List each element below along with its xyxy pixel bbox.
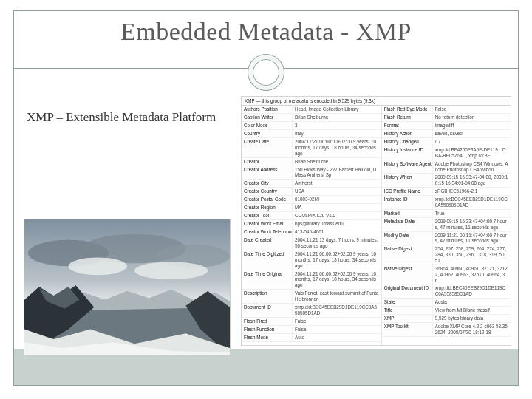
meta-value: Adobe Photoshop CS4 Windows, Adobe Photo… — [433, 160, 511, 174]
meta-value: /, / — [433, 138, 511, 146]
slide: Embedded Metadata - XMP XMP – Extensible… — [0, 0, 532, 399]
meta-key: XMP Toolkit — [382, 323, 433, 336]
meta-value: xmp.iid:BCC45EEB29D1DE119CC0A558585D1AD — [433, 196, 511, 209]
meta-value: 9,529 bytes binary data — [433, 315, 511, 322]
meta-row: TitleView from Mt Blanc massif — [382, 307, 511, 315]
meta-row: Creator Address150 Hicks Way - 227 Bartl… — [242, 166, 381, 180]
meta-value: 2009:09:15 16:33:47-04:00, 2009:10:15 16… — [433, 174, 511, 187]
meta-row: Original Document IDxmp.did:BEC45EEB29D1… — [382, 284, 511, 299]
xmp-metadata-panel: XMP — this group of metadata is encoded … — [241, 96, 511, 346]
meta-key: Authors Position — [242, 106, 293, 113]
meta-value: False — [293, 326, 381, 333]
meta-key: Document ID — [242, 304, 293, 317]
meta-key: Creator Work Telephone — [242, 228, 293, 236]
meta-value: 2004:11:21 00:00:00+02:00 9 years, 10 mo… — [293, 138, 381, 157]
meta-value: Brian Shelburne — [293, 158, 381, 166]
meta-key: Color Mode — [242, 122, 293, 129]
meta-row: Document IDxmp.did:BEC45EEB29D1DE119CC0A… — [242, 304, 381, 318]
meta-key: Creator — [242, 158, 293, 166]
meta-key: Original Document ID — [382, 284, 433, 298]
meta-row: History Software AgentAdobe Photoshop CS… — [382, 160, 511, 174]
meta-key: Native Digest — [382, 265, 433, 284]
meta-row: History Instance IDxmp.iid:BE4200E3A5E-D… — [382, 146, 511, 160]
meta-row: Creator Work Emailbps@library.umass.edu — [242, 220, 381, 228]
meta-key: Format — [382, 122, 433, 129]
meta-value: Italy — [293, 130, 381, 137]
meta-key: Metadata Date — [382, 218, 433, 231]
meta-value: 413-545-4061 — [293, 228, 381, 236]
meta-value: View from Mt Blanc massif — [433, 307, 511, 314]
meta-row: DescriptionVals Ferret, east toward summ… — [242, 290, 381, 304]
meta-key: Flash Return — [382, 114, 433, 121]
meta-row: Creator Work Telephone413-545-4061 — [242, 228, 381, 236]
meta-row: Creator CityAmherst — [242, 180, 381, 188]
meta-key: Flash Red Eye Mode — [382, 106, 433, 113]
meta-value: 01003-9269 — [293, 196, 381, 203]
meta-value: xmp.did:BEC45EEB29D1DE119CC0A558585D1AD — [293, 304, 381, 317]
svg-point-5 — [134, 262, 208, 279]
meta-key: Create Date — [242, 138, 293, 157]
meta-row: Flash FiredFalse — [242, 318, 381, 326]
meta-key: Flash Function — [242, 326, 293, 333]
xmp-header: XMP — this group of metadata is encoded … — [242, 97, 511, 106]
meta-row: History When2009:09:15 16:33:47-04:00, 2… — [382, 174, 511, 188]
meta-value: True — [433, 210, 511, 217]
meta-key: Title — [382, 307, 433, 314]
meta-key: Creator Postal Code — [242, 196, 293, 203]
meta-row: Modify Date2009:11:21 00:11:47+04:00 7 h… — [382, 232, 511, 246]
meta-key: Creator Work Email — [242, 220, 293, 228]
meta-value: Vals Ferret, east toward summit of Punta… — [293, 290, 381, 303]
meta-row: MarkedTrue — [382, 210, 511, 218]
meta-key: History Changed — [382, 138, 433, 146]
meta-value: Brian Shelburne — [293, 114, 381, 121]
meta-row: Creator Postal Code01003-9269 — [242, 196, 381, 204]
meta-row: Native Digest254, 257, 258, 259, 264, 27… — [382, 245, 511, 265]
meta-key: Date Time Original — [242, 270, 293, 290]
meta-row: Creator ToolCOOLPIX L20 V1.0 — [242, 212, 381, 220]
svg-point-4 — [69, 257, 127, 275]
mountain-photo — [24, 219, 231, 356]
meta-key: Date Created — [242, 236, 293, 250]
meta-key: Flash Fired — [242, 318, 293, 325]
meta-value: 2009:09:15 16:33:47+04:00 7 hours, 47 mi… — [433, 218, 511, 231]
xmp-left-column: Authors PositionHead, Image Collection L… — [242, 106, 382, 345]
meta-row: Creator CountryUSA — [242, 188, 381, 196]
meta-row: CountryItaly — [242, 130, 381, 138]
meta-row: Flash FunctionFalse — [242, 326, 381, 334]
meta-key: Creator Country — [242, 188, 293, 195]
meta-key: Marked — [382, 210, 433, 217]
meta-key: Creator Region — [242, 204, 293, 211]
meta-value: Aosta — [433, 299, 511, 306]
meta-row: ICC Profile NamesRGB IEC61966-2.1 — [382, 188, 511, 196]
meta-row: Date Created2004:11:21 13 days, 7 hours,… — [242, 236, 381, 250]
meta-value: 2004:11:21 00:00:02+02:00 9 years, 10 mo… — [293, 250, 381, 270]
meta-value: False — [433, 106, 511, 113]
meta-value: 2004:11:21 13 days, 7 hours, 9 minutes, … — [293, 236, 381, 250]
meta-key: Flash Mode — [242, 334, 293, 341]
meta-row: Instance IDxmp.iid:BCC45EEB29D1DE119CC0A… — [382, 196, 511, 210]
meta-key: Description — [242, 290, 293, 303]
meta-row: Date Time Original2004:11:21 00:00:02+02… — [242, 270, 381, 290]
meta-value: 36864, 40960, 40961, 37121, 37122, 40962… — [433, 265, 511, 284]
meta-key: Creator Address — [242, 166, 293, 180]
meta-key: Date Time Digitized — [242, 250, 293, 270]
meta-value: Amherst — [293, 180, 381, 187]
meta-row: XMP ToolkitAdobe XMP Core 4.2.2-c063 53.… — [382, 323, 511, 337]
meta-row: XMP9,529 bytes binary data — [382, 315, 511, 323]
meta-key: History Instance ID — [382, 146, 433, 160]
meta-row: StateAosta — [382, 299, 511, 307]
meta-row: Flash ReturnNo return detection — [382, 114, 511, 122]
meta-value: USA — [293, 188, 381, 195]
ring-decoration — [248, 55, 284, 90]
meta-key: State — [382, 299, 433, 306]
meta-row: Metadata Date2009:09:15 16:33:47+04:00 7… — [382, 218, 511, 232]
meta-value: Adobe XMP Core 4.2.2-c063 53.352624, 200… — [433, 323, 511, 336]
meta-row: Native Digest36864, 40960, 40961, 37121,… — [382, 265, 511, 285]
meta-value: saved, saved — [433, 130, 511, 137]
meta-value: No return detection — [433, 114, 511, 121]
meta-value: 2009:11:21 00:11:47+04:00 7 hours, 47 mi… — [433, 232, 511, 245]
meta-key: Creator City — [242, 180, 293, 187]
meta-value: MA — [293, 204, 381, 211]
meta-key: Country — [242, 130, 293, 137]
meta-key: History When — [382, 174, 433, 187]
